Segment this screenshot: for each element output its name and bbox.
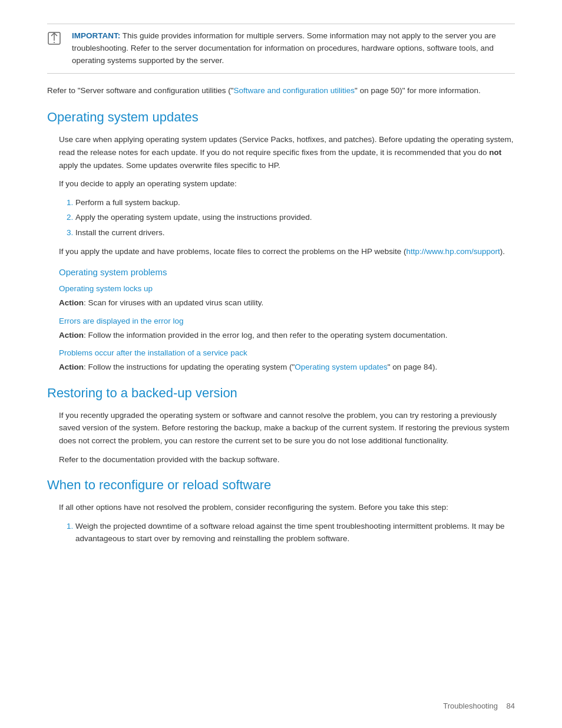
section3-step-1: Weigh the projected downtime of a softwa… [75, 520, 515, 545]
step-2: Apply the operating system update, using… [75, 211, 515, 224]
section3-para1: If all other options have not resolved t… [59, 501, 515, 514]
section3-steps: Weigh the projected downtime of a softwa… [59, 520, 515, 545]
important-text: IMPORTANT: This guide provides informati… [72, 30, 515, 67]
svg-point-2 [54, 42, 55, 43]
section3-heading: When to reconfigure or reload software [47, 477, 515, 493]
action-text-1: : Scan for viruses with an updated virus… [84, 298, 263, 307]
subsub-heading-service-pack: Problems occur after the installation of… [59, 348, 515, 357]
action-locks-up: Action: Scan for viruses with an updated… [59, 297, 515, 309]
section1-steps: Perform a full system backup. Apply the … [59, 196, 515, 239]
important-icon [47, 31, 65, 47]
refer-paragraph: Refer to "Server software and configurat… [47, 84, 515, 97]
action-label-1: Action [59, 298, 84, 307]
section1-intro: Use care when applying operating system … [59, 133, 515, 172]
action-text-2: : Follow the information provided in the… [84, 331, 448, 340]
sub-heading-os-problems: Operating system problems [59, 267, 515, 277]
important-box: IMPORTANT: This guide provides informati… [47, 24, 515, 74]
action-service-pack: Action: Follow the instructions for upda… [59, 361, 515, 374]
action-text-after-3: " on page 84). [388, 363, 437, 371]
section2-heading: Restoring to a backed-up version [47, 386, 515, 401]
hp-support-link[interactable]: http://www.hp.com/support [406, 247, 500, 256]
section2-para1: If you recently upgraded the operating s… [59, 409, 515, 447]
action-text-before-3: : Follow the instructions for updating t… [84, 363, 295, 371]
step-3: Install the current drivers. [75, 226, 515, 239]
section1-if-decide: If you decide to apply an operating syst… [59, 177, 515, 190]
section-reconfigure: When to reconfigure or reload software I… [47, 477, 515, 545]
subsub-heading-error-log: Errors are displayed in the error log [59, 317, 515, 325]
hp-website-para: If you apply the update and have problem… [59, 245, 515, 258]
important-label: IMPORTANT: [72, 31, 120, 40]
bold-not: not [489, 148, 501, 157]
action-label-2: Action [59, 331, 84, 340]
action-label-3: Action [59, 363, 84, 371]
page-footer: Troubleshooting 84 [443, 701, 515, 710]
software-config-link[interactable]: Software and configuration utilities [233, 86, 355, 95]
os-updates-link[interactable]: Operating system updates [295, 363, 388, 371]
step-1: Perform a full system backup. [75, 196, 515, 209]
section1-heading: Operating system updates [47, 110, 515, 125]
subsub-heading-locks-up: Operating system locks up [59, 284, 515, 293]
section2-para2: Refer to the documentation provided with… [59, 453, 515, 466]
footer-page: 84 [507, 701, 515, 710]
section-restoring: Restoring to a backed-up version If you … [47, 386, 515, 466]
section-operating-system-updates: Operating system updates Use care when a… [47, 110, 515, 374]
footer-label: Troubleshooting [443, 701, 498, 710]
important-body: This guide provides information for mult… [72, 31, 496, 65]
action-error-log: Action: Follow the information provided … [59, 329, 515, 342]
